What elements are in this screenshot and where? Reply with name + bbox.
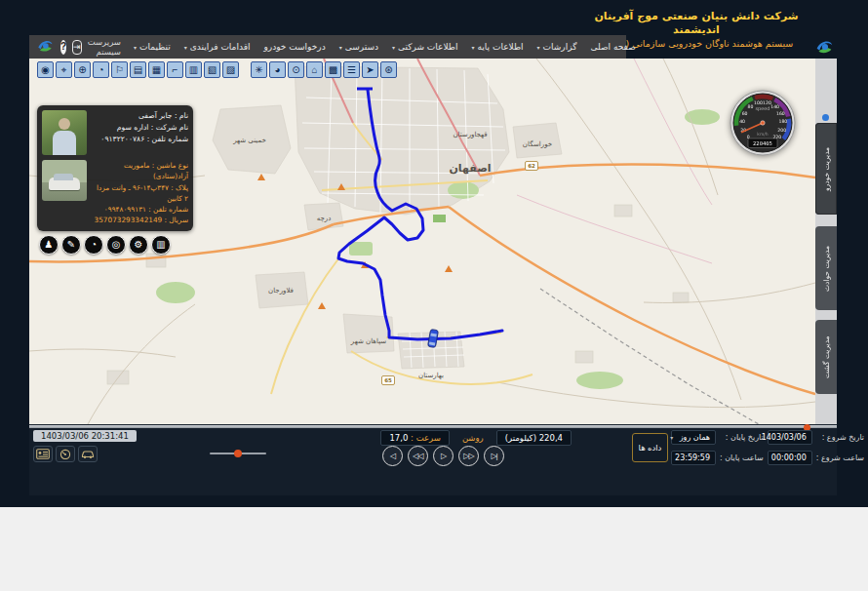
traffic-light-icon[interactable]: ☰ [343,61,360,78]
menu-item-label: اقدامات فرایندی [190,42,251,52]
svg-text:65: 65 [384,377,392,383]
car-button[interactable] [78,446,98,462]
start-date-input[interactable]: 1403/03/06 [768,430,812,445]
popup-actions: ♟✎◔◎⚙▥ [37,235,193,255]
globe-icon[interactable]: ⊕ [74,61,91,78]
slider-thumb[interactable] [234,450,242,457]
start-date-label: تاریخ شروع : [816,433,864,442]
driver-name: نام : جابر آصفی [92,110,188,122]
menu-item-settings[interactable]: تنظیمات▾ [127,35,178,59]
target-icon[interactable]: ⊙ [288,61,304,78]
route-arrow-icon[interactable]: ➤ [362,61,378,78]
menu-item-vehicle-request[interactable]: درخواست خودرو [256,35,332,59]
station-icon[interactable]: ▦ [148,61,165,78]
timeline-scrubber[interactable] [29,425,837,428]
data-button[interactable]: داده ها [632,433,668,462]
play-back-button[interactable]: ◁ [382,446,403,466]
map-marker-icon[interactable]: ⚐ [111,61,128,78]
svg-text:60: 60 [742,111,748,116]
chart-line-icon[interactable]: ▧ [204,61,220,78]
start-time-input[interactable]: 00:00:00 [768,451,812,465]
step-forward-button[interactable]: ▷| [484,446,504,466]
chart-area-icon[interactable]: ▨ [222,61,239,78]
driver-icon[interactable]: ♟ [39,235,59,255]
svg-text:80: 80 [747,104,753,109]
map-place-label: خمینی شهر [232,137,266,144]
vehicle-type: نوع ماشین : ماموریت آزاد(ستادی) [92,160,188,182]
vehicle-phone: شماره تلفن : ۰۹۹۴۸۰۹۹۱۳۱ [92,204,188,215]
tab-patrol-management[interactable]: مدیریت گشت [815,320,837,394]
home-icon[interactable]: ⌂ [306,61,323,78]
logout-icon[interactable]: ⇥ [72,40,82,55]
gauge-label: speed [755,105,769,112]
map-place-label: خوراسگان [523,139,552,148]
svg-text:160: 160 [776,111,785,116]
chevron-down-icon: ▾ [670,434,673,441]
target-icon[interactable]: ◎ [106,235,126,255]
location-pin-icon[interactable]: ◉ [37,61,54,78]
report-icon[interactable]: ▩ [325,61,341,78]
license-card-button[interactable] [33,446,53,462]
current-timestamp: 1403/03/06 20:31:41 [33,430,137,442]
menu-item-home[interactable]: صفحه اصلی [583,35,642,59]
fast-forward-button[interactable]: ▷▷ [458,446,479,466]
play-button[interactable]: ▷ [433,446,454,466]
svg-text:140: 140 [770,104,779,109]
svg-text:40: 40 [739,119,745,124]
brand-logo-icon [813,36,835,58]
main-menu: صفحه اصلیگزارشات▾اطلاعات پایه▾اطلاعات شر… [127,35,643,59]
menu-item-label: درخواست خودرو [263,42,325,52]
compass-icon[interactable]: ◔ [93,61,109,78]
menu-item-company-info[interactable]: اطلاعات شرکتی▾ [385,35,465,59]
dashboard-button[interactable] [56,446,75,462]
menu-item-label: گزارشات [543,42,577,52]
speed-value: 17,0 [389,433,408,443]
satellite-icon[interactable]: ⌖ [56,61,72,78]
user-role-label: سرپرست سیستم [88,37,121,57]
route-bend-icon[interactable]: ⌐ [167,61,183,78]
app-window: شرکت دانش بنیان صنعتی موج آفرینان اندیشم… [0,0,868,591]
menu-item-process-actions[interactable]: اقدامات فرایندی▾ [178,35,257,59]
help-icon[interactable]: ? [60,40,66,55]
svg-text:62: 62 [528,163,535,169]
speed-label: سرعت : [411,433,441,443]
end-time-input[interactable]: 23:59:59 [671,451,716,465]
map-place-label: فلاورجان [268,287,294,295]
vehicle-photo [42,160,87,201]
company-name: شرکت دانش بنیان صنعتی موج آفرینان اندیشم… [581,10,811,37]
chevron-down-icon: ▾ [184,44,187,51]
playback-speed-slider[interactable] [210,450,266,458]
engine-icon[interactable]: ⚙ [129,235,148,255]
menubar-logo-icon[interactable] [35,36,55,58]
map-place-label: بهارستان [418,372,444,379]
driver-phone: شماره تلفن : ۰۹۱۳۲۲۰۰۷۸۶ [92,134,188,145]
speed-readout: سرعت : 17,0 [380,430,449,446]
chevron-down-icon: ▾ [134,44,137,51]
menu-item-access[interactable]: دسترسی▾ [333,35,385,59]
start-time-label: ساعت شروع : [816,453,864,462]
pie-icon[interactable]: ◕ [269,61,286,78]
map-place-label: سپاهان شهر [350,337,386,345]
menu-item-reports[interactable]: گزارشات▾ [531,35,584,59]
tab-vehicle-management[interactable]: مدیریت خودرو [815,123,837,215]
map-place-label: درچه [317,215,332,222]
map-toolbar: ◉⌖⊕◔⚐▤▦⌐▥▧▨✳◕⊙⌂▩☰➤⊛ [37,61,397,78]
driver-section: نام : جابر آصفی نام شرکت : اداره سوم شما… [42,110,188,155]
steering-wheel-icon[interactable]: ⊛ [380,61,397,78]
chart-bar-icon[interactable]: ▤ [130,61,146,78]
rewind-button[interactable]: ◁◁ [408,446,428,466]
speed-limit-icon[interactable]: ◔ [84,235,103,255]
end-date-select[interactable]: همان روز ▾ [671,430,716,445]
sun-icon[interactable]: ✳ [251,61,267,78]
quick-buttons [33,446,98,462]
buildings-icon[interactable]: ▥ [185,61,202,78]
signature-icon[interactable]: ✎ [61,235,81,255]
menu-item-base-info[interactable]: اطلاعات پایه▾ [465,35,531,59]
notification-dot [822,114,829,121]
chevron-down-icon: ▾ [339,44,342,51]
distance-value: 220,4 (کیلومتر) [496,430,572,446]
report-icon[interactable]: ▥ [151,235,171,255]
tab-incident-management[interactable]: مدیریت حوادث [815,226,837,310]
menu-item-label: تنظیمات [139,42,171,52]
map-canvas[interactable]: 6265 اصفهانقهجاورستانخوراسگانخمینی شهردر… [29,59,815,424]
